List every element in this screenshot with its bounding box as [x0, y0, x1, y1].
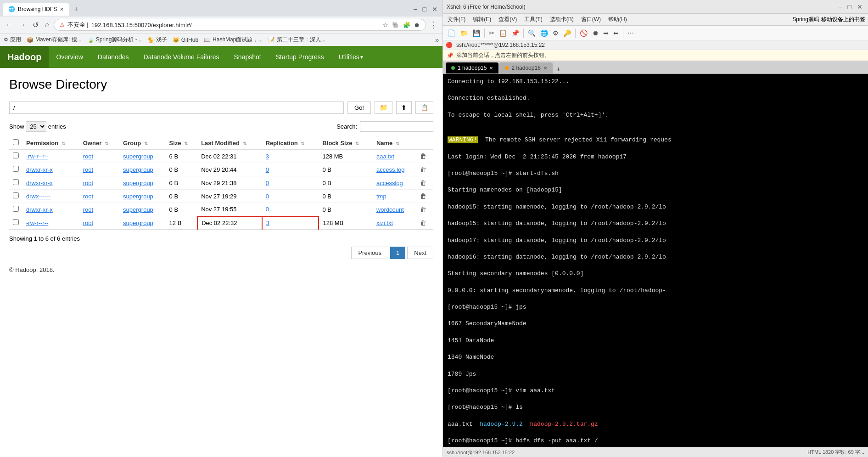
delete-row-btn[interactable]: 🗑: [420, 219, 426, 226]
cell-link[interactable]: drwx------: [26, 193, 50, 200]
refresh-btn[interactable]: ↺: [30, 20, 41, 30]
nav-datanodes[interactable]: Datanodes: [90, 46, 136, 68]
puzzle-icon[interactable]: 🧩: [403, 22, 410, 28]
cell-link[interactable]: supergroup: [123, 153, 153, 160]
xtool-settings-btn[interactable]: ⚙: [551, 28, 560, 38]
cell-link[interactable]: supergroup: [123, 206, 153, 213]
path-input[interactable]: [9, 102, 344, 114]
bookmark-chapter[interactable]: 📝 第二十三章：深入...: [268, 36, 325, 44]
xtool-stop-btn[interactable]: 🚫: [578, 28, 589, 38]
close-btn[interactable]: ✕: [430, 5, 440, 14]
xtool-copy-btn[interactable]: 📋: [497, 28, 509, 38]
show-entries-select[interactable]: 25 10 50: [26, 121, 46, 132]
xtool-record-btn[interactable]: ⏺: [590, 28, 600, 38]
cell-link[interactable]: root: [83, 153, 93, 160]
delete-row-btn[interactable]: 🗑: [420, 152, 426, 160]
delete-row-btn[interactable]: 🗑: [420, 179, 426, 186]
bookmark-github[interactable]: 🐱 GitHub: [173, 37, 198, 43]
nav-datanode-volume-failures[interactable]: Datanode Volume Failures: [136, 46, 227, 68]
nav-utilities[interactable]: Utilities: [331, 46, 371, 68]
address-bar-container[interactable]: ⚠ 不安全 | 192.168.153.15:50070/explorer.ht…: [54, 19, 426, 31]
xmenu-tabs[interactable]: 选项卡(B): [548, 15, 576, 24]
cell-link[interactable]: root: [83, 193, 93, 200]
xtool-globe-btn[interactable]: 🌐: [538, 28, 550, 38]
next-btn[interactable]: Next: [407, 247, 433, 259]
th-last-modified[interactable]: Last Modified ⇅: [197, 136, 262, 150]
xmenu-window[interactable]: 窗口(W): [579, 15, 603, 24]
search-input[interactable]: [360, 121, 433, 132]
th-replication[interactable]: Replication ⇅: [262, 136, 319, 150]
bookmark-star-icon[interactable]: ☆: [383, 22, 388, 28]
previous-btn[interactable]: Previous: [351, 247, 388, 259]
cell-link[interactable]: drwxr-xr-x: [26, 180, 53, 186]
bookmark-hashmap[interactable]: 📖 HashMap面试题，...: [204, 36, 263, 44]
row-checkbox[interactable]: [13, 219, 19, 225]
new-term-tab-btn[interactable]: +: [554, 65, 563, 73]
record-icon[interactable]: ⏺: [414, 22, 420, 28]
tab-hadoop15-close[interactable]: ✕: [489, 66, 493, 71]
term-maximize-btn[interactable]: □: [846, 3, 853, 11]
row-checkbox[interactable]: [13, 192, 19, 198]
xtool-zoom-in-btn[interactable]: 🔍: [526, 28, 538, 38]
upload-icon-btn[interactable]: ⬆: [396, 101, 412, 114]
paste-icon-btn[interactable]: 📋: [415, 101, 433, 114]
xtool-forward-btn[interactable]: ➡: [601, 28, 610, 38]
cell-link[interactable]: 0: [266, 193, 269, 200]
back-btn[interactable]: ←: [3, 20, 15, 30]
minimize-btn[interactable]: −: [411, 5, 419, 14]
cell-link[interactable]: tmp: [376, 193, 386, 200]
new-tab-btn[interactable]: +: [72, 5, 80, 13]
select-all-checkbox[interactable]: [13, 139, 19, 145]
home-btn[interactable]: ⌂: [43, 20, 52, 30]
row-checkbox[interactable]: [13, 166, 19, 172]
cell-link[interactable]: 3: [266, 220, 269, 226]
cell-link[interactable]: root: [83, 166, 93, 173]
row-checkbox[interactable]: [13, 179, 19, 185]
term-tab-hadoop16[interactable]: 2 hadoop16 ✕: [499, 62, 552, 73]
delete-row-btn[interactable]: 🗑: [420, 166, 426, 173]
nav-snapshot[interactable]: Snapshot: [227, 46, 269, 68]
th-permission[interactable]: Permission ⇅: [22, 136, 79, 150]
bookmarks-more-btn[interactable]: »: [435, 36, 439, 44]
cell-link[interactable]: supergroup: [123, 166, 153, 173]
xtool-paste-btn[interactable]: 📌: [510, 28, 521, 38]
bookmark-xizi[interactable]: 🐈 戏子: [147, 36, 167, 44]
cell-link[interactable]: accesslog: [376, 180, 403, 186]
row-checkbox[interactable]: [13, 206, 19, 212]
row-checkbox[interactable]: [13, 152, 19, 158]
cell-link[interactable]: access.log: [376, 166, 404, 173]
forward-btn[interactable]: →: [17, 20, 28, 30]
xmenu-help[interactable]: 帮助(H): [606, 15, 629, 24]
cell-link[interactable]: supergroup: [123, 180, 153, 186]
browser-menu-btn[interactable]: ⋮: [428, 20, 440, 30]
tab-hadoop16-close[interactable]: ✕: [543, 66, 547, 71]
cell-link[interactable]: wordcount: [376, 206, 404, 213]
nav-startup-progress[interactable]: Startup Progress: [269, 46, 331, 68]
th-block-size[interactable]: Block Size ⇅: [319, 136, 373, 150]
bookmark-apps[interactable]: ⚙ 应用: [4, 36, 21, 44]
elephant-icon[interactable]: 🐘: [392, 22, 399, 28]
maximize-btn[interactable]: □: [420, 5, 429, 14]
cell-link[interactable]: drwxr-xr-x: [26, 166, 53, 173]
xtool-more-btn[interactable]: ⋯: [626, 28, 636, 38]
cell-link[interactable]: supergroup: [123, 220, 153, 226]
xmenu-tools[interactable]: 工具(T): [522, 15, 544, 24]
term-close-btn[interactable]: ✕: [855, 3, 864, 11]
xtool-cut-btn[interactable]: ✂: [487, 28, 496, 38]
page-1-btn[interactable]: 1: [390, 247, 405, 259]
cell-link[interactable]: -rw-r--r--: [26, 220, 48, 226]
xmenu-file[interactable]: 文件(F): [446, 15, 467, 24]
bookmark-spring[interactable]: 🍃 Spring源码分析 -...: [87, 36, 142, 44]
th-name[interactable]: Name ⇅: [373, 136, 416, 150]
xtool-back-btn[interactable]: ⬅: [611, 28, 621, 38]
cell-link[interactable]: 0: [266, 180, 269, 186]
cell-link[interactable]: -rw-r--r--: [26, 153, 48, 160]
cell-link[interactable]: 3: [266, 153, 269, 160]
term-minimize-btn[interactable]: −: [836, 3, 844, 11]
xtool-new-btn[interactable]: 📄: [446, 28, 457, 38]
th-owner[interactable]: Owner ⇅: [79, 136, 119, 150]
nav-overview[interactable]: Overview: [49, 46, 90, 68]
term-tab-hadoop15[interactable]: 1 hadoop15 ✕: [446, 62, 498, 73]
xtool-key-btn[interactable]: 🔑: [561, 28, 573, 38]
th-size[interactable]: Size ⇅: [166, 136, 198, 150]
